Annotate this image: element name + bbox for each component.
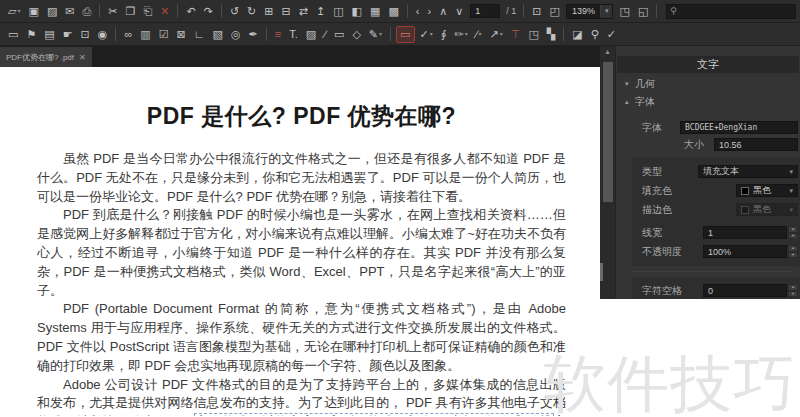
pattern-tool-button[interactable]: ▚ [544, 27, 558, 42]
page-delete-button[interactable]: ⊟ [279, 4, 294, 19]
attachment-tool-button[interactable]: ∮ [438, 27, 450, 42]
paragraph-text: Adobe 公司设计 PDF 文件格式的目的是为了支持跨平台上的，多媒体集成的信… [37, 377, 566, 416]
line-annotation-button[interactable]: ∕▾ [473, 27, 485, 42]
print-button[interactable]: ⎙ [80, 4, 95, 19]
page-rotate-right-button[interactable]: ↻ [244, 4, 259, 19]
char-spacing-input[interactable]: 0 [703, 284, 787, 297]
font-size-row: 大小 10.56 [632, 136, 800, 153]
panel-resize-grip[interactable] [600, 263, 603, 281]
chevron-down-icon: ▾ [789, 168, 793, 176]
radio-field-button[interactable]: ◎ [228, 27, 244, 42]
fit-width-button[interactable]: ◱ [635, 4, 651, 19]
select-annotation-button[interactable]: ⚑ [23, 27, 39, 42]
scroll-up-icon[interactable]: ▲ [600, 48, 615, 55]
page-rotate-left-button[interactable]: ↺ [227, 4, 242, 19]
edit-text-button[interactable]: ▭ [396, 26, 414, 43]
save-button[interactable]: ▣ [25, 4, 41, 19]
undo-button[interactable]: ↶ [183, 4, 198, 19]
snapshot-tool-button[interactable]: ◉ [95, 27, 111, 42]
note-tool-button[interactable]: ▥ [137, 27, 153, 42]
text-properties-panel: 文字 ▾ 几何 ▴ 字体 字体 BCDGEE+DengXian 大小 10.56 [616, 46, 800, 299]
opacity-stepper[interactable]: ▲▼ [788, 245, 798, 258]
text-selection-box[interactable]: 文件格式可以将文字、字型、格式、颜色及独立于设备和分辨 [195, 414, 553, 416]
chevron-down-icon: ▾ [379, 31, 382, 37]
page-insert-button[interactable]: ⊞ [261, 4, 276, 19]
eraser-tool-button[interactable]: ◪ [569, 27, 585, 42]
fit-window-button[interactable]: ◳ [616, 4, 632, 19]
type-select[interactable]: 填充文本 ▾ [698, 165, 798, 178]
font-size-input[interactable]: 10.56 [714, 138, 798, 151]
last-page-button[interactable]: ∨ [452, 4, 466, 19]
search-input[interactable] [680, 5, 795, 17]
link-tool-button[interactable]: ∞ [121, 27, 135, 42]
search-box[interactable]: ⚲ [666, 4, 796, 19]
email-button[interactable]: ✉ [62, 4, 77, 19]
signature-tool-button[interactable]: ✒ [246, 27, 261, 42]
rectangle-tool-button[interactable]: ▭ [331, 27, 347, 42]
arrow-annotation-button[interactable]: ↗▾ [487, 27, 506, 42]
line-width-stepper[interactable]: ▲▼ [788, 226, 798, 239]
grid-view-button[interactable]: ▦ [367, 4, 383, 19]
section-font[interactable]: ▴ 字体 [616, 94, 800, 109]
prev-page-button[interactable]: ‹ [413, 4, 423, 19]
opacity-input[interactable]: 100% [703, 245, 787, 258]
image-field-button[interactable]: ▧ [210, 27, 226, 42]
line-width-input[interactable]: 1 [703, 226, 787, 239]
first-page-button[interactable]: ∧ [436, 4, 450, 19]
char-spacing-stepper[interactable]: ▲▼ [788, 284, 798, 297]
checkbox-field-button[interactable]: ☑ [156, 27, 172, 42]
cut-button[interactable]: ✂ [105, 4, 120, 19]
hand-tool-button[interactable]: ☛ [60, 27, 76, 42]
chevron-down-icon[interactable]: ▾ [600, 5, 613, 18]
page-merge-button[interactable]: ◧ [349, 4, 365, 19]
pencil-tool-button[interactable]: ✎▾ [366, 27, 385, 42]
highlighter-tool-button[interactable]: ✏▾ [451, 27, 470, 42]
delete-button[interactable]: ✕ [157, 4, 172, 19]
callout-tool-button[interactable]: ◳ [525, 27, 541, 42]
toolbar-main: ▱▾▣▨✉⎙✂❐⎗✕↶↷↺↻⊞⊟⇄↥◫◧▦▩‹›∧∨/ 1⊡◰139%▾◳◱⚲ [0, 0, 800, 23]
highlight-text-button[interactable]: ≡ [272, 27, 284, 42]
search-tool-button[interactable]: ⚲ [588, 27, 602, 42]
page-replace-button[interactable]: ⇄ [296, 4, 311, 19]
page-total-label: / 1 [506, 6, 516, 16]
snap-grid-button[interactable]: ▩ [385, 4, 401, 19]
verify-tool-button[interactable]: ✓ [604, 27, 619, 42]
edit-object-button[interactable]: ▭ [5, 27, 21, 42]
chevron-down-icon: ▾ [789, 187, 793, 195]
toolbar-separator [99, 4, 100, 18]
save-as-button[interactable]: ▨ [44, 4, 60, 19]
open-file-button[interactable]: ▱▾ [5, 4, 23, 19]
search-icon: ⚲ [667, 6, 680, 16]
textbox-tool-button[interactable]: ⊤ [508, 27, 524, 42]
typewriter-text-button[interactable]: T. [286, 27, 301, 42]
chevron-down-icon: ▾ [789, 206, 793, 214]
fit-region-button[interactable]: ◰ [547, 4, 563, 19]
page-split-button[interactable]: ◫ [330, 4, 346, 19]
vertical-scrollbar[interactable]: ▲ [600, 46, 616, 299]
reading-mode-button[interactable]: ▤ [41, 27, 57, 42]
char-spacing-label: 字符空格 [642, 284, 703, 298]
document-tab[interactable]: PDF优势在哪? .pdf ✕ [0, 47, 92, 68]
paste-button[interactable]: ⎗ [140, 4, 155, 19]
redo-button[interactable]: ↷ [201, 4, 216, 19]
marquee-zoom-button[interactable]: ⊡ [529, 4, 544, 19]
page-number-input[interactable] [470, 4, 500, 18]
scrollbar-thumb[interactable] [603, 62, 613, 202]
approve-tool-button[interactable]: ✓▾ [417, 27, 436, 42]
fill-color-select[interactable]: 黑色 ▾ [736, 184, 798, 197]
diamond-tool-button[interactable]: ◇ [349, 27, 363, 42]
zoom-level-select[interactable]: 139%▾ [566, 4, 614, 19]
crop-tool-button[interactable]: ⊡ [78, 27, 93, 42]
document-page[interactable]: PDF 是什么? PDF 优势在哪? 虽然 PDF 是当今日常办公中很流行的文件… [0, 67, 600, 416]
line-tool-button[interactable]: ∕ [321, 27, 329, 42]
chevron-down-icon: ▾ [465, 31, 468, 37]
measure-tool-button[interactable]: ∟ [191, 27, 208, 42]
section-geometry[interactable]: ▾ 几何 [616, 76, 800, 91]
font-name-input[interactable]: BCDGEE+DengXian [680, 121, 798, 134]
copy-button[interactable]: ❐ [123, 4, 139, 19]
next-page-button[interactable]: › [425, 4, 435, 19]
page-extract-button[interactable]: ↥ [313, 4, 328, 19]
insert-image-button[interactable]: ▨ [303, 27, 319, 42]
stamp-tool-button[interactable]: ⊠ [174, 27, 189, 42]
tab-close-icon[interactable]: ✕ [79, 53, 86, 62]
